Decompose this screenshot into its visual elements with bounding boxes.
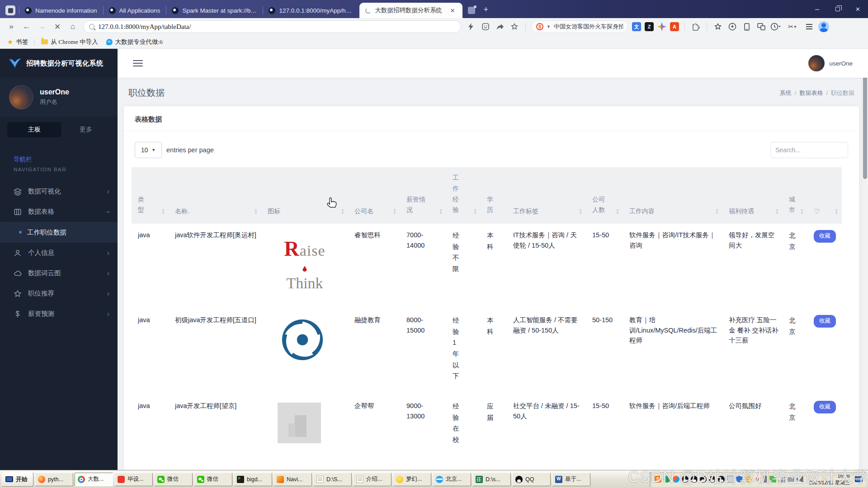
- taskbar-app-button[interactable]: 介绍...: [353, 473, 392, 486]
- sogou-tray-icon[interactable]: [655, 476, 661, 483]
- leaf-tray-icon[interactable]: [769, 476, 776, 483]
- header-user[interactable]: userOne: [808, 55, 853, 71]
- address-bar[interactable]: 127.0.0.1:8000/myApp/tableData/: [83, 20, 461, 33]
- tab-close-icon[interactable]: ✕: [448, 6, 457, 14]
- tencent-video-tray-icon[interactable]: [673, 476, 679, 483]
- forward-button[interactable]: →: [35, 20, 49, 33]
- green-dot-tray-icon[interactable]: [664, 476, 670, 483]
- col-experience[interactable]: 工作经验▲▼: [446, 167, 481, 224]
- a-extension-icon[interactable]: A: [670, 22, 679, 31]
- share-icon[interactable]: [495, 21, 505, 32]
- browser-tab[interactable]: Namenode information ✕: [19, 3, 103, 18]
- sort-icons[interactable]: ▲▼: [393, 209, 396, 215]
- overflow-chevrons-icon[interactable]: »: [5, 20, 18, 33]
- menu-icon[interactable]: [804, 21, 815, 32]
- yellow-shield-tray-icon[interactable]: [745, 476, 752, 483]
- sidebar-item-data-table[interactable]: 数据表格 ›: [0, 202, 118, 222]
- browser-tab[interactable]: 127.0.0.1:8000/myApp/home/ ✕: [263, 3, 359, 18]
- home-button[interactable]: ⌂: [66, 20, 80, 33]
- taskbar-app-button[interactable]: bigd...: [234, 473, 272, 486]
- network-tray-icon[interactable]: [778, 476, 785, 483]
- bookmark-item[interactable]: 大数据专业代做:6: [104, 38, 165, 46]
- taskbar-app-button[interactable]: 微信: [194, 473, 232, 486]
- translate-extension-icon[interactable]: 文: [632, 22, 641, 31]
- start-button[interactable]: 开始: [2, 472, 33, 487]
- sort-icons[interactable]: ▲▼: [835, 209, 838, 215]
- screenshot-scissors-icon[interactable]: ✂ ▼: [785, 21, 800, 32]
- sidebar-subitem-job-data[interactable]: 工作职位数据: [0, 222, 118, 243]
- tab-cast-icon[interactable]: [756, 21, 767, 32]
- col-icon[interactable]: 图标▲▼: [261, 167, 348, 224]
- download-icon[interactable]: [727, 21, 738, 32]
- browser-tab[interactable]: All Applications ✕: [103, 3, 166, 18]
- sort-icons[interactable]: ▲▼: [473, 209, 477, 215]
- taskbar-app-button[interactable]: Navi...: [274, 473, 312, 486]
- display-tray-icon[interactable]: [855, 476, 863, 482]
- page-scrollbar[interactable]: [862, 49, 868, 470]
- sort-icons[interactable]: ▲▼: [161, 209, 165, 215]
- col-company-size[interactable]: 公司人数▲▼: [586, 167, 623, 224]
- sidebar-item-job-recommend[interactable]: 职位推荐 ›: [0, 283, 118, 304]
- printer-tray-icon[interactable]: [788, 477, 794, 482]
- bookmark-item[interactable]: ★ 书签: [5, 38, 30, 46]
- back-button[interactable]: ←: [20, 20, 33, 33]
- sort-icons[interactable]: ▲▼: [616, 209, 619, 215]
- sort-icons[interactable]: ▲▼: [579, 209, 582, 215]
- sidebar-item-salary-predict[interactable]: 薪资预测 ›: [0, 304, 118, 324]
- sidebar-item-data-visualization[interactable]: 数据可视化 ›: [0, 181, 118, 202]
- sort-icons[interactable]: ▲▼: [341, 209, 344, 215]
- browser-tab[interactable]: 大数据招聘数据分析系统 ✕: [359, 3, 462, 18]
- taskbar-app-button[interactable]: D:\S...: [313, 473, 352, 486]
- taskbar-app-button[interactable]: 大数...: [75, 473, 113, 486]
- qq-penguin-tray-icon[interactable]: [718, 476, 725, 483]
- table-search-input[interactable]: [770, 142, 848, 158]
- sort-icons[interactable]: ▲▼: [800, 209, 804, 215]
- taskbar-app-button[interactable]: 北京...: [433, 473, 471, 486]
- hamburger-menu-icon[interactable]: [133, 60, 143, 66]
- speaker-tray-icon[interactable]: [797, 476, 803, 483]
- sort-icons[interactable]: ▲▼: [254, 209, 258, 215]
- sidebar-item-wordcloud[interactable]: 数据词云图 ›: [0, 263, 118, 283]
- bookmark-star-icon-2[interactable]: [712, 21, 723, 32]
- phone-hub-icon[interactable]: [741, 21, 752, 32]
- gemini-sparkle-icon[interactable]: [657, 22, 666, 31]
- qq-penguin-tray-icon[interactable]: [709, 476, 716, 483]
- sort-icons[interactable]: ▲▼: [439, 209, 443, 215]
- stop-button[interactable]: ✕: [51, 20, 64, 33]
- col-name[interactable]: 名称.▲▼: [169, 167, 261, 224]
- header-avatar[interactable]: [808, 55, 825, 71]
- col-city[interactable]: 城市▲▼: [783, 167, 807, 224]
- reader-icon[interactable]: [480, 21, 491, 32]
- tab-main-board[interactable]: 主板: [7, 122, 61, 137]
- taskbar-app-button[interactable]: 毕设...: [114, 473, 153, 486]
- blue-shield-tray-icon[interactable]: [736, 476, 743, 483]
- history-icon[interactable]: [770, 21, 781, 32]
- col-tags[interactable]: 工作标签▲▼: [507, 167, 586, 224]
- taskbar-app-button[interactable]: 梦幻...: [393, 473, 431, 486]
- window-switch-tray-icon[interactable]: [727, 476, 734, 483]
- col-education[interactable]: 学历: [481, 167, 507, 224]
- audio-device-tray-icon[interactable]: [763, 476, 767, 483]
- sort-icons[interactable]: ▲▼: [715, 209, 719, 215]
- browser-tab[interactable]: Spark Master at spark://bigd ✕: [166, 3, 263, 18]
- col-welfare[interactable]: 福利待遇▲▼: [722, 167, 783, 224]
- minimize-button[interactable]: ─: [807, 0, 827, 18]
- browser-profile-avatar[interactable]: [818, 21, 829, 32]
- app-brand[interactable]: 招聘数据分析可视化系统: [0, 49, 118, 78]
- restore-button[interactable]: [827, 0, 848, 18]
- breadcrumb-link-system[interactable]: 系统: [780, 89, 792, 97]
- tray-clock[interactable]: 16:46 2024/12/11 星期三: [809, 473, 850, 486]
- qq-penguin-tray-icon[interactable]: [682, 476, 689, 483]
- qq-penguin-tray-icon[interactable]: [700, 476, 707, 483]
- breadcrumb-link-tables[interactable]: 数据表格: [799, 89, 823, 97]
- sort-icons[interactable]: ▲▼: [775, 209, 779, 215]
- taskbar-app-button[interactable]: QQ: [512, 473, 551, 486]
- sidebar-item-personal-info[interactable]: 个人信息 ›: [0, 243, 118, 263]
- taskbar-app-button[interactable]: 微信: [154, 473, 193, 486]
- url-text[interactable]: 127.0.0.1:8000/myApp/tableData/: [98, 23, 191, 31]
- hot-search-text[interactable]: 中国女游客国外火车探身拍: [554, 23, 623, 31]
- favorite-button[interactable]: 收藏: [814, 230, 836, 242]
- hot-search-widget[interactable]: S ▼ 中国女游客国外火车探身拍: [531, 20, 628, 33]
- user-avatar[interactable]: [9, 85, 33, 109]
- col-content[interactable]: 工作内容▲▼: [623, 167, 722, 224]
